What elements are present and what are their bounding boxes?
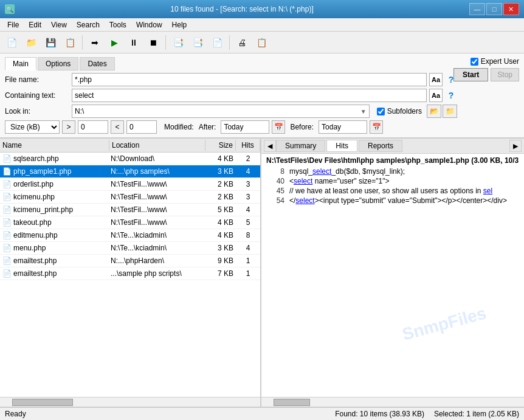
- minimize-button[interactable]: —: [469, 3, 485, 15]
- file-list-header: Name Location Size Hits: [0, 139, 260, 153]
- size-column-header[interactable]: Size: [205, 140, 236, 151]
- file-name-3: kcimenu.php: [13, 193, 111, 201]
- file-loc-6: N:\Te...\kciadmin\: [111, 231, 205, 239]
- containing-text-input[interactable]: [72, 89, 427, 102]
- browse-folder-button[interactable]: 📁: [443, 105, 457, 118]
- start-stop-buttons: Start Stop: [453, 68, 519, 81]
- size-lt-input[interactable]: [126, 120, 157, 134]
- file-list-row-4[interactable]: 📄 kcimenu_print.php N:\TestFil...\www\ 5…: [0, 204, 260, 216]
- expert-user-checkbox[interactable]: [471, 58, 478, 66]
- results-area: Name Location Size Hits 📄 sqlsearch.php …: [0, 139, 524, 407]
- toolbar-copy[interactable]: 📋: [61, 33, 79, 52]
- menu-edit[interactable]: Edit: [24, 19, 46, 30]
- menu-view[interactable]: View: [46, 19, 72, 30]
- menu-tools[interactable]: Tools: [105, 19, 131, 30]
- filename-input[interactable]: [72, 73, 427, 86]
- close-button[interactable]: ✕: [503, 3, 519, 15]
- toolbar-doc2[interactable]: 📑: [188, 33, 207, 52]
- start-button[interactable]: Start: [453, 68, 488, 81]
- location-column-header[interactable]: Location: [109, 140, 205, 151]
- file-list-row-5[interactable]: 📄 takeout.php N:\TestFil...\www\ 4 KB 5: [0, 216, 260, 229]
- file-name-2: orderlist.php: [13, 180, 111, 188]
- file-list-row-8[interactable]: 📄 emailtest.php N:...\phpHarden\ 9 KB 1: [0, 255, 260, 267]
- app-icon: 🔍: [5, 4, 15, 14]
- folder-buttons: 📂 📁: [427, 105, 457, 118]
- file-icon-3: 📄: [1, 191, 12, 202]
- file-loc-1: N:...\php samples\: [111, 167, 205, 176]
- toolbar-print[interactable]: 🖨: [233, 33, 251, 52]
- toolbar-info[interactable]: 📋: [252, 33, 271, 52]
- line-num-0: 8: [266, 167, 284, 176]
- report-line-0: 8mysql_select_db($db, $mysql_link);: [266, 167, 519, 176]
- after-calendar-button[interactable]: 📅: [272, 120, 285, 134]
- toolbar-doc1[interactable]: 📑: [169, 33, 187, 52]
- file-size-3: 2 KB: [205, 193, 236, 201]
- right-scrollbar[interactable]: [261, 397, 524, 407]
- line-num-1: 40: [266, 177, 284, 185]
- toolbar-go[interactable]: ➡: [86, 33, 104, 52]
- right-nav-left[interactable]: ◀: [264, 140, 276, 152]
- tab-dates[interactable]: Dates: [80, 57, 114, 71]
- highlight: select: [294, 177, 312, 185]
- toolbar-open[interactable]: 📁: [22, 33, 40, 52]
- tab-options[interactable]: Options: [38, 57, 78, 71]
- toolbar-new[interactable]: 📄: [2, 33, 21, 52]
- toolbar-stop[interactable]: ⏹: [144, 33, 162, 52]
- file-list-scrollbar[interactable]: [0, 397, 260, 407]
- toolbar-save[interactable]: 💾: [41, 33, 60, 52]
- tab-hits[interactable]: Hits: [326, 140, 357, 152]
- tab-main[interactable]: Main: [5, 57, 36, 71]
- look-in-value: N:\: [75, 107, 84, 115]
- size-combo[interactable]: Size (kB): [5, 120, 60, 134]
- file-list-row-6[interactable]: 📄 editmenu.php N:\Te...\kciadmin\ 4 KB 8: [0, 229, 260, 242]
- look-in-combo[interactable]: N:\ ▼: [72, 105, 370, 118]
- filename-aa-button[interactable]: Aa: [429, 73, 443, 86]
- size-lt-button[interactable]: <: [111, 120, 124, 134]
- before-date-input[interactable]: [319, 120, 367, 134]
- status-found: Found: 10 items (38.93 KB): [335, 410, 424, 418]
- file-loc-5: N:\TestFil...\www\: [111, 218, 205, 227]
- subfolder-checkbox[interactable]: [377, 108, 385, 115]
- file-icon-4: 📄: [1, 204, 12, 215]
- maximize-button[interactable]: □: [486, 3, 502, 15]
- file-icon-2: 📄: [1, 179, 12, 190]
- file-list-row-3[interactable]: 📄 kcimenu.php N:\TestFil...\www\ 2 KB 3: [0, 191, 260, 204]
- menu-window[interactable]: Window: [131, 19, 167, 30]
- file-icon-5: 📄: [1, 217, 12, 228]
- menu-file[interactable]: File: [2, 19, 24, 30]
- containing-text-help-icon[interactable]: ?: [445, 89, 457, 102]
- tab-reports[interactable]: Reports: [359, 140, 402, 152]
- file-size-1: 3 KB: [205, 167, 236, 176]
- file-list-row-1[interactable]: 📄 php_sample1.php N:...\php samples\ 3 K…: [0, 165, 260, 178]
- name-column-header[interactable]: Name: [0, 140, 109, 151]
- file-list-row-0[interactable]: 📄 sqlsearch.php N:\Download\ 4 KB 2: [0, 153, 260, 165]
- after-label: After:: [199, 123, 216, 131]
- file-icon-0: 📄: [1, 153, 12, 164]
- tab-summary[interactable]: Summary: [276, 140, 325, 152]
- stop-button: Stop: [491, 68, 519, 81]
- file-hits-8: 1: [236, 256, 260, 265]
- right-nav-right[interactable]: ▶: [509, 140, 522, 152]
- before-calendar-button[interactable]: 📅: [370, 120, 383, 134]
- size-gt-input[interactable]: [78, 120, 108, 134]
- toolbar-doc3[interactable]: 📄: [208, 33, 226, 52]
- file-list-row-2[interactable]: 📄 orderlist.php N:\TestFil...\www\ 2 KB …: [0, 178, 260, 191]
- file-loc-3: N:\TestFil...\www\: [111, 193, 205, 201]
- size-gt-button[interactable]: >: [62, 120, 75, 134]
- hits-column-header[interactable]: Hits: [236, 140, 260, 151]
- expert-user-checkbox-row: Expert User: [471, 57, 519, 66]
- toolbar-play[interactable]: ▶: [105, 33, 123, 52]
- file-list-row-9[interactable]: 📄 emailtest.php ...\sample php scripts\ …: [0, 267, 260, 280]
- size-modified-row: Size (kB) > < Modified: After: 📅 Before:…: [5, 120, 457, 134]
- modified-label: Modified:: [164, 123, 194, 131]
- file-size-2: 2 KB: [205, 180, 236, 188]
- toolbar-pause[interactable]: ⏸: [125, 33, 143, 52]
- report-line-3: 54</select><input type="submit" value="S…: [266, 196, 519, 205]
- after-date-input[interactable]: [221, 120, 269, 134]
- menu-search[interactable]: Search: [72, 19, 105, 30]
- file-list-row-7[interactable]: 📄 menu.php N:\Te...\kciadmin\ 3 KB 4: [0, 242, 260, 255]
- status-ready: Ready: [5, 410, 325, 418]
- containing-text-aa-button[interactable]: Aa: [429, 89, 443, 102]
- open-folder-button[interactable]: 📂: [427, 105, 441, 118]
- menu-help[interactable]: Help: [167, 19, 192, 30]
